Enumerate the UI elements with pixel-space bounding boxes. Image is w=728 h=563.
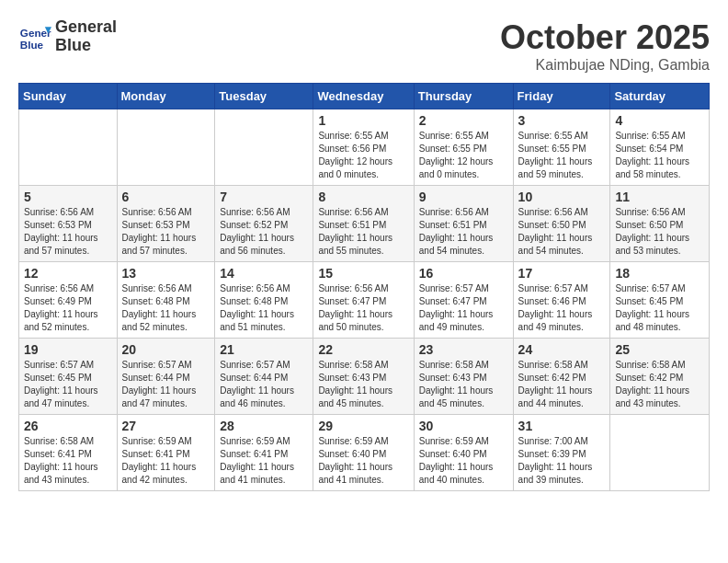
weekday-header-friday: Friday: [513, 84, 610, 109]
day-number: 18: [615, 266, 704, 281]
logo: General Blue General Blue: [18, 18, 117, 55]
logo-line2: Blue: [55, 37, 117, 55]
calendar-cell: 16Sunrise: 6:57 AM Sunset: 6:47 PM Dayli…: [414, 262, 513, 339]
day-number: 31: [518, 419, 606, 433]
weekday-header-sunday: Sunday: [19, 84, 118, 109]
calendar-cell: 14Sunrise: 6:56 AM Sunset: 6:48 PM Dayli…: [215, 262, 313, 339]
day-number: 5: [24, 190, 112, 204]
logo-text: General Blue: [55, 18, 117, 55]
weekday-header-wednesday: Wednesday: [313, 84, 414, 109]
day-info: Sunrise: 6:57 AM Sunset: 6:44 PM Dayligh…: [122, 359, 210, 410]
calendar-body: 1Sunrise: 6:55 AM Sunset: 6:56 PM Daylig…: [19, 109, 710, 491]
day-number: 1: [318, 113, 408, 128]
logo-icon: General Blue: [18, 20, 51, 53]
day-number: 21: [220, 342, 308, 357]
calendar-cell: 29Sunrise: 6:59 AM Sunset: 6:40 PM Dayli…: [313, 415, 414, 491]
day-info: Sunrise: 6:55 AM Sunset: 6:55 PM Dayligh…: [518, 130, 606, 181]
day-number: 12: [24, 266, 112, 281]
weekday-header-thursday: Thursday: [414, 84, 513, 109]
day-number: 28: [220, 419, 308, 433]
day-number: 22: [318, 342, 408, 357]
weekday-header-saturday: Saturday: [610, 84, 710, 109]
day-info: Sunrise: 6:56 AM Sunset: 6:48 PM Dayligh…: [122, 282, 210, 334]
day-number: 4: [615, 113, 704, 128]
weekday-header-tuesday: Tuesday: [215, 84, 313, 109]
day-info: Sunrise: 6:56 AM Sunset: 6:51 PM Dayligh…: [318, 206, 408, 258]
day-info: Sunrise: 6:57 AM Sunset: 6:45 PM Dayligh…: [24, 359, 112, 410]
week-row-2: 5Sunrise: 6:56 AM Sunset: 6:53 PM Daylig…: [19, 186, 710, 262]
calendar-cell: 25Sunrise: 6:58 AM Sunset: 6:42 PM Dayli…: [610, 339, 710, 415]
calendar-cell: 1Sunrise: 6:55 AM Sunset: 6:56 PM Daylig…: [313, 109, 414, 186]
calendar-cell: 27Sunrise: 6:59 AM Sunset: 6:41 PM Dayli…: [117, 415, 215, 491]
day-info: Sunrise: 6:58 AM Sunset: 6:43 PM Dayligh…: [419, 359, 508, 410]
calendar-cell: 17Sunrise: 6:57 AM Sunset: 6:46 PM Dayli…: [513, 262, 610, 339]
calendar-cell: 11Sunrise: 6:56 AM Sunset: 6:50 PM Dayli…: [610, 186, 710, 262]
calendar-cell: 8Sunrise: 6:56 AM Sunset: 6:51 PM Daylig…: [313, 186, 414, 262]
day-number: 8: [318, 190, 408, 204]
calendar-cell: 12Sunrise: 6:56 AM Sunset: 6:49 PM Dayli…: [19, 262, 118, 339]
calendar-cell: 7Sunrise: 6:56 AM Sunset: 6:52 PM Daylig…: [215, 186, 313, 262]
calendar-cell: 9Sunrise: 6:56 AM Sunset: 6:51 PM Daylig…: [414, 186, 513, 262]
day-number: 6: [122, 190, 210, 204]
day-info: Sunrise: 6:55 AM Sunset: 6:56 PM Dayligh…: [318, 130, 408, 181]
day-number: 16: [419, 266, 508, 281]
day-info: Sunrise: 6:56 AM Sunset: 6:50 PM Dayligh…: [615, 206, 704, 258]
day-number: 20: [122, 342, 210, 357]
calendar-header: SundayMondayTuesdayWednesdayThursdayFrid…: [19, 84, 710, 109]
week-row-3: 12Sunrise: 6:56 AM Sunset: 6:49 PM Dayli…: [19, 262, 710, 339]
logo-line1: General: [55, 18, 117, 37]
calendar-cell: [215, 109, 313, 186]
day-number: 13: [122, 266, 210, 281]
day-info: Sunrise: 6:55 AM Sunset: 6:54 PM Dayligh…: [615, 130, 704, 181]
calendar-cell: 13Sunrise: 6:56 AM Sunset: 6:48 PM Dayli…: [117, 262, 215, 339]
calendar-cell: 31Sunrise: 7:00 AM Sunset: 6:39 PM Dayli…: [513, 415, 610, 491]
day-info: Sunrise: 6:59 AM Sunset: 6:40 PM Dayligh…: [419, 435, 508, 487]
day-number: 27: [122, 419, 210, 433]
calendar-cell: 24Sunrise: 6:58 AM Sunset: 6:42 PM Dayli…: [513, 339, 610, 415]
day-number: 2: [419, 113, 508, 128]
day-number: 29: [318, 419, 408, 433]
day-info: Sunrise: 6:58 AM Sunset: 6:43 PM Dayligh…: [318, 359, 408, 410]
day-info: Sunrise: 6:56 AM Sunset: 6:49 PM Dayligh…: [24, 282, 112, 334]
day-info: Sunrise: 6:59 AM Sunset: 6:41 PM Dayligh…: [122, 435, 210, 487]
calendar-cell: 23Sunrise: 6:58 AM Sunset: 6:43 PM Dayli…: [414, 339, 513, 415]
calendar-cell: 21Sunrise: 6:57 AM Sunset: 6:44 PM Dayli…: [215, 339, 313, 415]
day-info: Sunrise: 7:00 AM Sunset: 6:39 PM Dayligh…: [518, 435, 606, 487]
calendar-cell: 18Sunrise: 6:57 AM Sunset: 6:45 PM Dayli…: [610, 262, 710, 339]
day-info: Sunrise: 6:56 AM Sunset: 6:50 PM Dayligh…: [518, 206, 606, 258]
day-info: Sunrise: 6:56 AM Sunset: 6:47 PM Dayligh…: [318, 282, 408, 334]
day-info: Sunrise: 6:59 AM Sunset: 6:40 PM Dayligh…: [318, 435, 408, 487]
day-info: Sunrise: 6:57 AM Sunset: 6:44 PM Dayligh…: [220, 359, 308, 410]
calendar-cell: 10Sunrise: 6:56 AM Sunset: 6:50 PM Dayli…: [513, 186, 610, 262]
week-row-4: 19Sunrise: 6:57 AM Sunset: 6:45 PM Dayli…: [19, 339, 710, 415]
calendar-cell: 6Sunrise: 6:56 AM Sunset: 6:53 PM Daylig…: [117, 186, 215, 262]
day-info: Sunrise: 6:57 AM Sunset: 6:45 PM Dayligh…: [615, 282, 704, 334]
calendar-cell: 4Sunrise: 6:55 AM Sunset: 6:54 PM Daylig…: [610, 109, 710, 186]
calendar-cell: [610, 415, 710, 491]
day-number: 23: [419, 342, 508, 357]
calendar-cell: 3Sunrise: 6:55 AM Sunset: 6:55 PM Daylig…: [513, 109, 610, 186]
calendar-cell: 5Sunrise: 6:56 AM Sunset: 6:53 PM Daylig…: [19, 186, 118, 262]
day-info: Sunrise: 6:58 AM Sunset: 6:42 PM Dayligh…: [518, 359, 606, 410]
day-number: 26: [24, 419, 112, 433]
calendar-cell: 26Sunrise: 6:58 AM Sunset: 6:41 PM Dayli…: [19, 415, 118, 491]
day-number: 14: [220, 266, 308, 281]
day-info: Sunrise: 6:55 AM Sunset: 6:55 PM Dayligh…: [419, 130, 508, 181]
day-info: Sunrise: 6:56 AM Sunset: 6:53 PM Dayligh…: [122, 206, 210, 258]
week-row-5: 26Sunrise: 6:58 AM Sunset: 6:41 PM Dayli…: [19, 415, 710, 491]
day-number: 11: [615, 190, 704, 204]
day-info: Sunrise: 6:57 AM Sunset: 6:47 PM Dayligh…: [419, 282, 508, 334]
day-info: Sunrise: 6:59 AM Sunset: 6:41 PM Dayligh…: [220, 435, 308, 487]
day-number: 24: [518, 342, 606, 357]
calendar-cell: 20Sunrise: 6:57 AM Sunset: 6:44 PM Dayli…: [117, 339, 215, 415]
day-info: Sunrise: 6:57 AM Sunset: 6:46 PM Dayligh…: [518, 282, 606, 334]
location: Kaimbujae NDing, Gambia: [500, 57, 710, 74]
weekday-row: SundayMondayTuesdayWednesdayThursdayFrid…: [19, 84, 710, 109]
calendar-table: SundayMondayTuesdayWednesdayThursdayFrid…: [18, 83, 710, 491]
calendar-cell: 19Sunrise: 6:57 AM Sunset: 6:45 PM Dayli…: [19, 339, 118, 415]
day-number: 30: [419, 419, 508, 433]
calendar-cell: [117, 109, 215, 186]
week-row-1: 1Sunrise: 6:55 AM Sunset: 6:56 PM Daylig…: [19, 109, 710, 186]
day-info: Sunrise: 6:58 AM Sunset: 6:41 PM Dayligh…: [24, 435, 112, 487]
calendar-cell: 28Sunrise: 6:59 AM Sunset: 6:41 PM Dayli…: [215, 415, 313, 491]
